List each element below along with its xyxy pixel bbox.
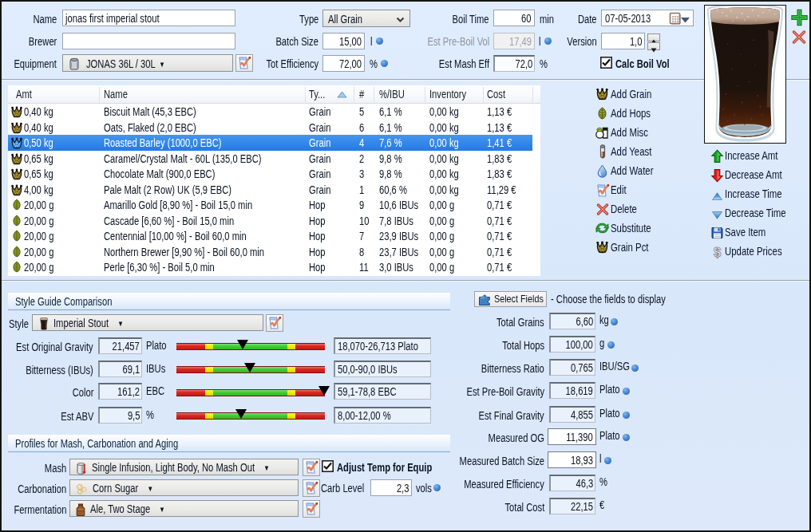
- svg-text:$: $: [713, 245, 720, 259]
